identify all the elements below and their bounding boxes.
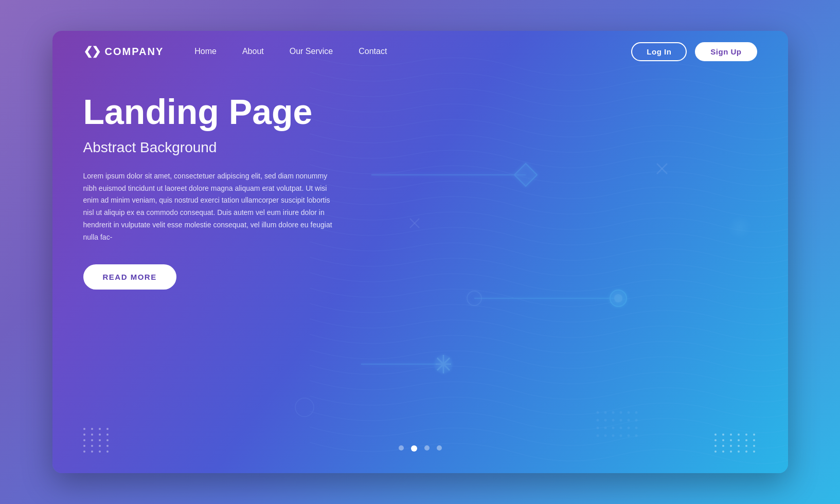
dot bbox=[730, 451, 732, 453]
dot bbox=[99, 445, 101, 447]
dot bbox=[714, 439, 717, 441]
dot bbox=[745, 434, 747, 436]
svg-point-25 bbox=[612, 419, 614, 422]
dot bbox=[99, 439, 101, 441]
svg-point-20 bbox=[619, 411, 622, 414]
slider-dot-0[interactable] bbox=[399, 445, 404, 451]
dot bbox=[722, 445, 724, 447]
dot bbox=[83, 445, 85, 447]
hero-body: Lorem ipsum dolor sit amet, consectetuer… bbox=[83, 170, 335, 244]
dot bbox=[738, 451, 740, 453]
dot bbox=[730, 445, 732, 447]
dot bbox=[91, 451, 93, 453]
svg-point-39 bbox=[627, 435, 630, 437]
read-more-button[interactable]: READ MORE bbox=[83, 264, 176, 290]
svg-point-34 bbox=[635, 427, 637, 429]
svg-point-22 bbox=[635, 411, 637, 414]
svg-point-31 bbox=[612, 427, 614, 429]
navbar: ❮❯ COMPANY Home About Our Service Contac… bbox=[52, 31, 788, 72]
svg-point-16 bbox=[295, 398, 314, 417]
dot bbox=[714, 445, 717, 447]
dot bbox=[91, 439, 93, 441]
dot bbox=[753, 445, 755, 447]
svg-point-26 bbox=[619, 419, 622, 422]
nav-link-about[interactable]: About bbox=[242, 47, 264, 56]
svg-marker-1 bbox=[514, 164, 537, 186]
hero-title: Landing Page bbox=[83, 93, 361, 131]
dot bbox=[722, 451, 724, 453]
nav-link-home[interactable]: Home bbox=[194, 47, 217, 56]
dot bbox=[106, 445, 109, 447]
svg-point-36 bbox=[604, 435, 606, 437]
dot bbox=[106, 439, 109, 441]
dot bbox=[106, 451, 109, 453]
svg-point-30 bbox=[604, 427, 606, 429]
dot bbox=[99, 451, 101, 453]
dot bbox=[91, 428, 93, 430]
dot bbox=[753, 434, 755, 436]
dot bbox=[753, 439, 755, 441]
slider-dot-1[interactable] bbox=[411, 445, 417, 452]
logo-icon: ❮❯ bbox=[83, 45, 100, 58]
nav-link-contact[interactable]: Contact bbox=[359, 47, 387, 56]
login-button[interactable]: Log In bbox=[631, 42, 687, 61]
nav-link-service[interactable]: Our Service bbox=[290, 47, 333, 56]
dot bbox=[753, 451, 755, 453]
svg-point-33 bbox=[627, 427, 630, 429]
hero-subtitle: Abstract Background bbox=[83, 139, 361, 156]
slider-dots bbox=[399, 445, 442, 452]
dot bbox=[738, 445, 740, 447]
dot bbox=[730, 434, 732, 436]
dot bbox=[722, 434, 724, 436]
dot bbox=[91, 434, 93, 436]
svg-point-37 bbox=[612, 435, 614, 437]
svg-point-18 bbox=[604, 411, 606, 414]
dot bbox=[99, 428, 101, 430]
hero-content: Landing Page Abstract Background Lorem i… bbox=[83, 93, 361, 290]
dot bbox=[722, 439, 724, 441]
dot bbox=[730, 439, 732, 441]
dot bbox=[714, 451, 717, 453]
signup-button[interactable]: Sign Up bbox=[695, 42, 757, 61]
decorative-dots-left bbox=[83, 428, 111, 453]
svg-point-17 bbox=[596, 411, 599, 414]
svg-point-29 bbox=[596, 427, 599, 429]
dot bbox=[83, 428, 85, 430]
dot bbox=[83, 439, 85, 441]
svg-point-19 bbox=[612, 411, 614, 414]
dot bbox=[738, 439, 740, 441]
slider-dot-2[interactable] bbox=[424, 445, 430, 451]
dot bbox=[714, 434, 717, 436]
nav-links: Home About Our Service Contact bbox=[194, 47, 631, 56]
svg-point-21 bbox=[627, 411, 630, 414]
dot bbox=[106, 434, 109, 436]
landing-page-wrapper: ❮❯ COMPANY Home About Our Service Contac… bbox=[52, 31, 788, 473]
dot bbox=[745, 439, 747, 441]
svg-point-9 bbox=[614, 294, 622, 302]
svg-point-32 bbox=[619, 427, 622, 429]
svg-point-35 bbox=[596, 435, 599, 437]
dot bbox=[91, 445, 93, 447]
svg-point-15 bbox=[434, 355, 453, 373]
dot bbox=[738, 434, 740, 436]
dot bbox=[83, 451, 85, 453]
svg-point-40 bbox=[635, 435, 637, 437]
svg-point-38 bbox=[619, 435, 622, 437]
logo-area: ❮❯ COMPANY bbox=[83, 45, 164, 58]
svg-point-24 bbox=[604, 419, 606, 422]
svg-point-27 bbox=[627, 419, 630, 422]
decorative-dots-right bbox=[714, 434, 757, 453]
dot bbox=[99, 434, 101, 436]
logo-text: COMPANY bbox=[105, 46, 164, 58]
slider-dot-3[interactable] bbox=[437, 445, 442, 451]
dot bbox=[106, 428, 109, 430]
dot bbox=[83, 434, 85, 436]
svg-point-28 bbox=[635, 419, 637, 422]
dot bbox=[745, 451, 747, 453]
dot bbox=[745, 445, 747, 447]
nav-actions: Log In Sign Up bbox=[631, 42, 757, 61]
svg-point-23 bbox=[596, 419, 599, 422]
svg-point-41 bbox=[670, 190, 752, 273]
